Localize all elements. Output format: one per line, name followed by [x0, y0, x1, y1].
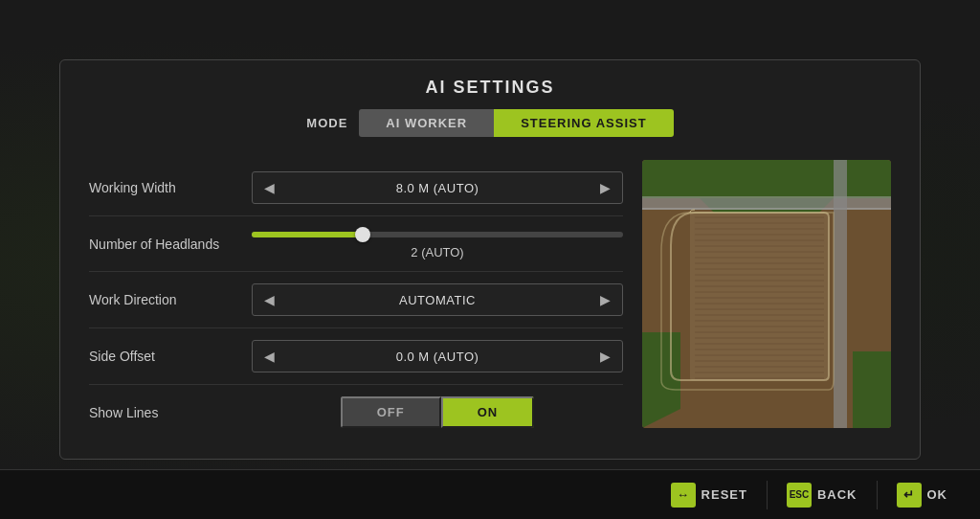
headlands-row: Number of Headlands 2 (AUTO): [89, 216, 623, 272]
footer-divider-2: [877, 481, 878, 509]
dialog-title: AI SETTINGS: [60, 60, 920, 109]
map-svg: [642, 160, 891, 428]
working-width-row: Working Width ◀ 8.0 M (AUTO) ▶: [89, 160, 623, 216]
working-width-prev[interactable]: ◀: [260, 180, 278, 195]
ai-settings-dialog: AI SETTINGS MODE AI WORKER STEERING ASSI…: [59, 59, 921, 460]
ok-icon: ↵: [897, 483, 922, 508]
side-offset-prev[interactable]: ◀: [260, 349, 278, 364]
side-offset-row: Side Offset ◀ 0.0 M (AUTO) ▶: [89, 328, 623, 385]
mode-label: MODE: [306, 116, 347, 130]
work-direction-row: Work Direction ◀ AUTOMATIC ▶: [89, 272, 623, 328]
work-direction-value: AUTOMATIC: [278, 293, 596, 307]
slider-thumb[interactable]: [355, 227, 370, 242]
svg-rect-5: [642, 196, 891, 198]
show-lines-label: Show Lines: [89, 405, 252, 420]
side-offset-control: ◀ 0.0 M (AUTO) ▶: [252, 340, 623, 372]
work-direction-next[interactable]: ▶: [596, 292, 614, 307]
side-offset-label: Side Offset: [89, 349, 252, 364]
dialog-body: Working Width ◀ 8.0 M (AUTO) ▶ Number of…: [60, 150, 920, 459]
side-offset-value: 0.0 M (AUTO): [278, 350, 596, 364]
show-lines-on[interactable]: ON: [441, 396, 535, 428]
show-lines-off[interactable]: OFF: [341, 396, 441, 428]
work-direction-selector: ◀ AUTOMATIC ▶: [252, 283, 623, 316]
side-offset-selector: ◀ 0.0 M (AUTO) ▶: [252, 340, 623, 372]
svg-rect-7: [834, 160, 847, 428]
reset-button[interactable]: ↔ RESET: [661, 477, 757, 513]
work-direction-prev[interactable]: ◀: [260, 292, 278, 307]
work-direction-control: ◀ AUTOMATIC ▶: [252, 283, 623, 316]
working-width-next[interactable]: ▶: [596, 180, 614, 195]
svg-rect-6: [642, 208, 891, 210]
working-width-selector: ◀ 8.0 M (AUTO) ▶: [252, 171, 623, 204]
headlands-label: Number of Headlands: [89, 237, 252, 252]
back-label: BACK: [817, 487, 858, 502]
headlands-control: 2 (AUTO): [252, 228, 623, 260]
working-width-control: ◀ 8.0 M (AUTO) ▶: [252, 171, 623, 204]
ok-label: OK: [927, 487, 948, 502]
show-lines-row: Show Lines OFF ON: [89, 385, 623, 440]
working-width-label: Working Width: [89, 180, 252, 195]
headlands-value: 2 (AUTO): [252, 245, 623, 260]
work-direction-label: Work Direction: [89, 292, 252, 307]
reset-icon: ↔: [671, 483, 696, 508]
tab-ai-worker[interactable]: AI WORKER: [359, 109, 494, 137]
show-lines-toggle: OFF ON: [341, 396, 535, 428]
tab-steering-assist[interactable]: STEERING ASSIST: [494, 109, 674, 137]
mode-tabs: MODE AI WORKER STEERING ASSIST: [60, 109, 920, 150]
ok-button[interactable]: ↵ OK: [887, 477, 958, 513]
side-offset-next[interactable]: ▶: [596, 349, 614, 364]
esc-icon: ESC: [787, 483, 812, 508]
reset-label: RESET: [702, 487, 747, 502]
working-width-value: 8.0 M (AUTO): [278, 181, 596, 195]
footer-divider-1: [767, 481, 768, 509]
back-button[interactable]: ESC BACK: [777, 477, 867, 513]
settings-panel: Working Width ◀ 8.0 M (AUTO) ▶ Number of…: [89, 160, 623, 440]
show-lines-control: OFF ON: [252, 396, 623, 428]
headlands-slider[interactable]: [252, 232, 623, 237]
map-preview: [642, 160, 891, 428]
slider-fill: [252, 232, 363, 237]
footer-bar: ↔ RESET ESC BACK ↵ OK: [0, 469, 980, 519]
